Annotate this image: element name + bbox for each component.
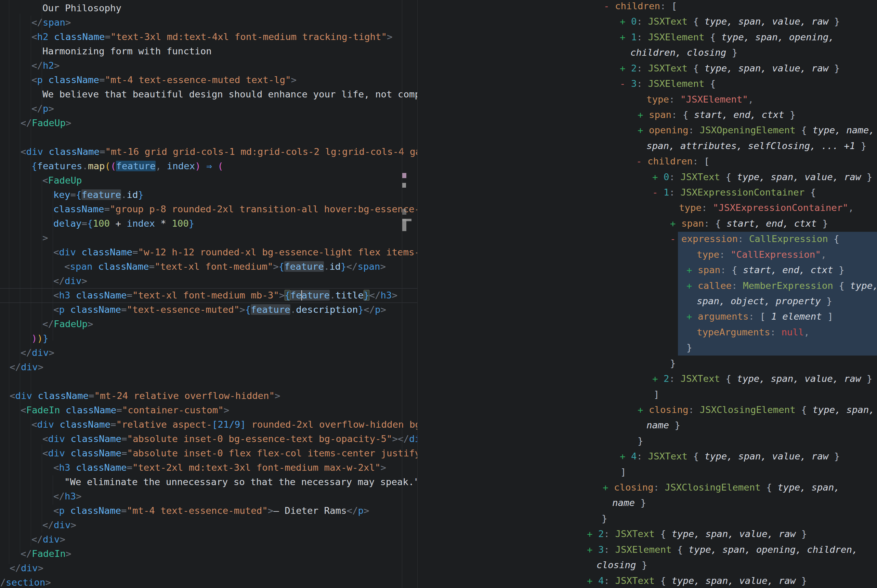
expand-toggle-icon[interactable]: + <box>587 528 598 539</box>
ast-line[interactable]: + closing: JSXClosingElement { type, spa… <box>603 480 840 495</box>
collapse-toggle-icon[interactable]: - <box>620 78 631 89</box>
code-line[interactable]: <div className="mt-24 relative overflow-… <box>10 389 281 403</box>
ast-line[interactable]: name } <box>646 417 680 433</box>
expand-toggle-icon[interactable]: + <box>638 404 649 415</box>
source-editor-pane[interactable]: Our Philosophy</span><h2 className="text… <box>0 0 417 588</box>
code-line[interactable]: </span> <box>32 15 71 30</box>
code-line[interactable]: </h3> <box>53 489 81 504</box>
expand-toggle-icon[interactable]: + <box>638 125 649 135</box>
code-line[interactable]: <FadeIn className="container-custom"> <box>21 403 229 417</box>
expand-toggle-icon[interactable]: + <box>620 63 631 74</box>
ast-line[interactable]: + 4: JSXText { type, span, value, raw } <box>587 573 807 588</box>
expand-toggle-icon[interactable]: + <box>652 172 664 182</box>
ast-line[interactable]: } <box>638 433 643 449</box>
expand-toggle-icon[interactable]: + <box>652 373 664 384</box>
code-line[interactable]: <p className="text-essence-muted">{featu… <box>53 303 386 317</box>
code-line[interactable]: </div> <box>10 561 44 575</box>
code-line[interactable]: <div className="absolute inset-0 flex fl… <box>42 446 417 460</box>
ast-line[interactable]: + closing: JSXClosingElement { type, spa… <box>638 402 875 418</box>
expand-toggle-icon[interactable]: + <box>587 544 598 555</box>
ast-line[interactable]: typeArguments: null, <box>697 324 809 340</box>
code-line[interactable]: <span className="text-xl font-medium">{f… <box>64 260 386 274</box>
code-line[interactable]: </FadeIn> <box>21 547 71 561</box>
ast-line[interactable]: - expression: CallExpression { <box>670 231 839 247</box>
ast-line[interactable]: } <box>602 511 607 526</box>
code-line[interactable]: </FadeUp> <box>21 116 71 130</box>
expand-toggle-icon[interactable]: + <box>620 451 631 462</box>
code-line[interactable]: delay={100 + index * 100} <box>53 216 194 231</box>
code-line[interactable]: </p> <box>32 102 54 116</box>
code-line[interactable]: <div className="mt-16 grid grid-cols-1 m… <box>21 145 417 159</box>
collapse-toggle-icon[interactable]: - <box>652 187 664 198</box>
ast-line[interactable]: - 3: JSXElement { <box>620 76 716 92</box>
ast-line[interactable]: children, closing } <box>631 45 737 60</box>
ast-line[interactable]: type: "JSXElement", <box>646 92 754 107</box>
expand-toggle-icon[interactable]: + <box>638 110 649 120</box>
code-line[interactable]: <h3 className="text-2xl md:text-3xl font… <box>53 460 386 475</box>
code-line[interactable]: > <box>42 231 48 245</box>
expand-toggle-icon[interactable]: + <box>686 311 698 322</box>
ast-line[interactable]: closing } <box>596 557 647 573</box>
ast-line[interactable]: + 0: JSXText { type, span, value, raw } <box>652 169 872 185</box>
ast-line[interactable]: + arguments: [ 1 element ] <box>686 309 833 324</box>
ast-line[interactable]: - children: [ <box>636 153 709 169</box>
code-line[interactable]: </div> <box>53 274 87 288</box>
ast-line[interactable]: + 2: JSXText { type, span, value, raw } <box>587 526 807 542</box>
code-line[interactable]: <p className="mt-4 text-essence-muted">—… <box>53 504 369 518</box>
code-line[interactable]: <p className="mt-4 text-essence-muted te… <box>32 73 297 87</box>
expand-toggle-icon[interactable]: + <box>620 32 631 42</box>
ast-line[interactable]: + span: { start, end, ctxt } <box>686 262 844 278</box>
expand-toggle-icon[interactable]: + <box>603 482 614 493</box>
ast-line[interactable]: + 4: JSXText { type, span, value, raw } <box>620 448 840 464</box>
ast-line[interactable]: span, attributes, selfClosing, ... +1 } <box>646 138 866 154</box>
code-line[interactable]: {features.map((feature, index) ⇒ ( <box>32 159 223 173</box>
occurrence-marker[interactable] <box>402 183 406 188</box>
modified-marker[interactable] <box>402 173 406 178</box>
expand-toggle-icon[interactable]: + <box>686 265 698 275</box>
ast-line[interactable]: + 1: JSXElement { type, span, opening, <box>620 29 834 45</box>
ast-line[interactable]: + span: { start, end, ctxt } <box>670 216 828 231</box>
ast-line[interactable]: } <box>670 356 676 371</box>
code-line[interactable]: Harmonizing form with function <box>42 44 212 58</box>
ast-line[interactable]: + 3: JSXElement { type, span, opening, c… <box>587 542 858 558</box>
ast-line[interactable]: + opening: JSXOpeningElement { type, nam… <box>638 122 875 138</box>
code-line[interactable]: key={feature.id} <box>53 188 144 202</box>
viewport-marker[interactable] <box>402 219 406 231</box>
collapse-toggle-icon[interactable]: - <box>636 156 647 166</box>
ast-line[interactable]: ] <box>620 464 626 480</box>
ast-line[interactable]: + 2: JSXText { type, span, value, raw } <box>620 60 840 76</box>
ast-line[interactable]: + callee: MemberExpression { type, <box>686 278 877 294</box>
code-line[interactable]: </div> <box>32 532 65 547</box>
ast-line[interactable]: } <box>686 340 692 356</box>
expand-toggle-icon[interactable]: + <box>686 280 698 291</box>
ast-line[interactable]: type: "JSXExpressionContainer", <box>679 200 854 216</box>
code-line[interactable]: Our Philosophy <box>42 1 122 15</box>
ast-line[interactable]: + 0: JSXText { type, span, value, raw } <box>620 14 840 29</box>
code-line[interactable]: <div className="relative aspect-[21/9] r… <box>32 417 417 432</box>
ast-line[interactable]: ] <box>654 387 659 402</box>
ast-line[interactable]: name } <box>612 495 646 511</box>
collapse-toggle-icon[interactable]: - <box>670 234 681 244</box>
code-line[interactable]: ))} <box>32 331 48 346</box>
code-line[interactable]: "We eliminate the unnecessary so that th… <box>64 475 417 489</box>
code-line[interactable]: <div className="w-12 h-12 rounded-xl bg-… <box>53 245 417 260</box>
expand-toggle-icon[interactable]: + <box>620 16 631 27</box>
occurrence-marker[interactable] <box>402 209 406 215</box>
ast-line[interactable]: + 2: JSXText { type, span, value, raw } <box>652 371 872 387</box>
ast-line[interactable]: span, object, property } <box>697 293 832 309</box>
code-line[interactable]: We believe that beautiful design should … <box>42 87 417 102</box>
ast-line[interactable]: + span: { start, end, ctxt } <box>638 107 796 123</box>
ast-tree-pane[interactable]: - children: [+ 0: JSXText { type, span, … <box>417 0 877 588</box>
code-line[interactable]: </FadeUp> <box>42 317 93 331</box>
code-line[interactable]: <div className="absolute inset-0 bg-esse… <box>42 432 417 446</box>
ast-line[interactable]: - 1: JSXExpressionContainer { <box>652 184 816 200</box>
code-line[interactable]: <FadeUp <box>42 173 82 188</box>
ast-line[interactable]: - children: [ <box>604 0 677 14</box>
expand-toggle-icon[interactable]: + <box>587 575 598 586</box>
expand-toggle-icon[interactable]: + <box>670 218 681 229</box>
collapse-toggle-icon[interactable]: - <box>604 1 615 11</box>
code-line[interactable]: className="group p-8 rounded-2xl transit… <box>53 202 417 216</box>
code-line[interactable]: <h2 className="text-3xl md:text-4xl font… <box>32 30 392 44</box>
code-line[interactable]: </div> <box>10 360 44 374</box>
code-line[interactable]: </div> <box>42 518 76 532</box>
